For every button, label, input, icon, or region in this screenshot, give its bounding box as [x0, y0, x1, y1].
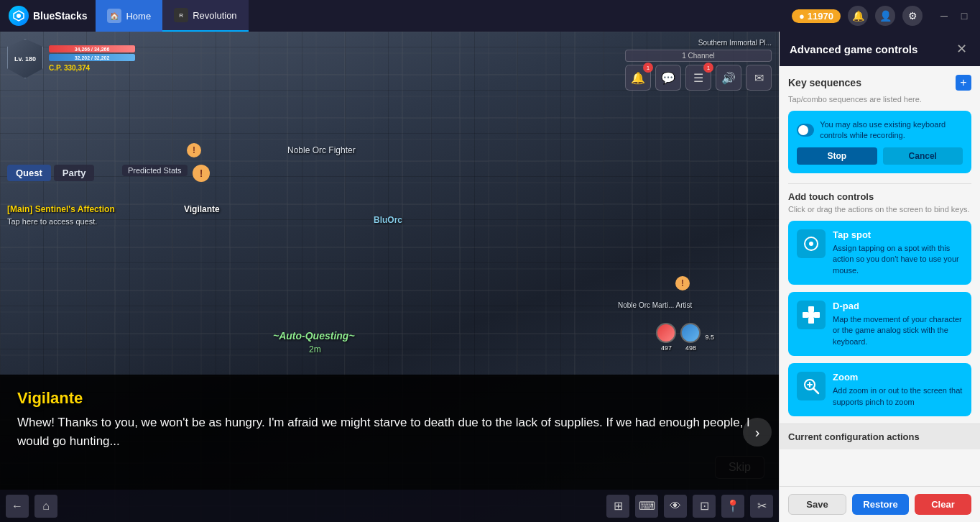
tap-spot-desc: Assign tapping on a spot with this actio… [833, 243, 963, 276]
tap-spot-content: Tap spot Assign tapping on a spot with t… [833, 229, 963, 276]
minimize-button[interactable]: ─ [935, 7, 953, 24]
key-sequences-add-button[interactable]: + [956, 75, 971, 91]
home-tab-icon: 🏠 [107, 9, 121, 23]
predict-stats-button[interactable]: Predicted Stats [122, 165, 188, 176]
grid-icon[interactable]: ⊞ [606, 495, 629, 518]
revolution-tab-icon: R [174, 8, 188, 22]
zoom-title: Zoom [833, 372, 963, 383]
key-sequences-title: Key sequences [788, 77, 861, 88]
speaker-icon[interactable]: 🔊 [716, 65, 741, 91]
bluestacks-icon [9, 6, 29, 26]
panel-title: Advanced game controls [790, 43, 917, 55]
svg-rect-10 [803, 312, 808, 318]
panel-header: Advanced game controls ✕ [780, 32, 980, 66]
tap-spot-card[interactable]: Tap spot Assign tapping on a spot with t… [788, 221, 971, 285]
restore-button[interactable]: Restore [852, 494, 909, 515]
mail-icon[interactable]: ✉ [746, 65, 772, 91]
add-touch-subtitle: Click or drag the actions on the screen … [788, 205, 971, 214]
maximize-button[interactable]: □ [956, 7, 973, 24]
party-tab[interactable]: Party [54, 165, 95, 181]
stop-button[interactable]: Stop [797, 147, 877, 165]
game-icon-row: 🔔 1 💬 ☰ 1 🔊 ✉ [625, 65, 772, 91]
settings-icon[interactable]: ⚙ [902, 6, 923, 26]
recording-card: You may also use existing keyboard contr… [788, 111, 971, 173]
panel-footer: Save Restore Clear [780, 486, 980, 522]
game-area[interactable]: Lv. 180 34,266 / 34,266 32,202 / [0, 32, 779, 522]
hp-text: 34,266 / 34,266 [49, 45, 135, 52]
quest-tab[interactable]: Quest [7, 165, 51, 181]
key-sequences-subtitle: Tap/combo sequences are listed here. [788, 95, 971, 104]
svg-point-1 [17, 14, 21, 18]
divider-1 [788, 183, 971, 184]
svg-line-14 [813, 388, 818, 393]
player-info: Lv. 180 34,266 / 34,266 32,202 / [7, 39, 135, 78]
zoom-desc: Add zoom in or out to the screen that su… [833, 385, 963, 408]
eye-icon[interactable]: 👁 [664, 495, 687, 518]
mp-bar-bg: 32,202 / 32,202 [49, 54, 135, 61]
quest-subtitle: Tap here to access quest. [7, 217, 97, 226]
dpad-title: D-pad [833, 301, 963, 311]
home-game-icon[interactable]: ⌂ [34, 495, 57, 518]
svg-rect-8 [808, 306, 814, 312]
dpad-desc: Map the movement of your character or th… [833, 314, 963, 347]
dialog-next-button[interactable]: › [743, 418, 772, 447]
vigilante-label: Vigilante [184, 204, 220, 214]
dialog-speaker: Vigilante [17, 389, 762, 408]
mini-health-bars: 497 498 9.5 [656, 323, 714, 352]
hp-bar-bg: 34,266 / 34,266 [49, 45, 135, 52]
svg-rect-11 [814, 312, 820, 318]
user-icon[interactable]: 👤 [875, 6, 895, 26]
bell-game-icon[interactable]: 🔔 1 [625, 65, 651, 91]
save-button[interactable]: Save [788, 494, 846, 515]
tab-revolution[interactable]: R Revolution [162, 0, 248, 32]
main-content: Lv. 180 34,266 / 34,266 32,202 / [0, 32, 980, 522]
recording-buttons: Stop Cancel [797, 147, 963, 165]
back-game-icon[interactable]: ← [6, 495, 29, 518]
dpad-icon [797, 301, 826, 329]
location-text: Southern Immortal Pl... [625, 39, 772, 47]
tab-revolution-label: Revolution [193, 10, 236, 21]
tab-home-label: Home [126, 11, 151, 22]
hp-val3: 9.5 [705, 334, 714, 341]
dpad-card[interactable]: D-pad Map the movement of your character… [788, 292, 971, 356]
keyboard-icon[interactable]: ⌨ [635, 495, 658, 518]
mp-text: 32,202 / 32,202 [49, 54, 135, 61]
recording-toggle[interactable] [797, 124, 814, 137]
bell-badge: 1 [643, 63, 653, 73]
bluorc-label: BluOrc [374, 215, 402, 225]
bell-icon[interactable]: 🔔 [848, 6, 868, 26]
coin-icon: ● [799, 11, 805, 22]
bluestacks-logo: BlueStacks [0, 6, 96, 26]
cancel-button[interactable]: Cancel [883, 147, 963, 165]
chat-icon[interactable]: 💬 [655, 65, 681, 91]
window-controls: ─ □ [935, 7, 973, 24]
key-sequences-header: Key sequences + [788, 75, 971, 91]
clear-button[interactable]: Clear [915, 494, 971, 515]
tab-home[interactable]: 🏠 Home [96, 0, 162, 32]
menu-badge: 1 [703, 63, 713, 73]
tap-spot-title: Tap spot [833, 229, 963, 240]
add-touch-title: Add touch controls [788, 191, 971, 202]
warning-icon: ! [193, 165, 210, 182]
panel-close-button[interactable]: ✕ [953, 40, 970, 58]
zoom-content: Zoom Add zoom in or out to the screen th… [833, 372, 963, 408]
scissors-icon[interactable]: ✂ [750, 495, 773, 518]
screen-icon[interactable]: ⊡ [693, 495, 716, 518]
coin-badge: ● 11970 [792, 9, 841, 23]
dialog-text: Whew! Thanks to you, we won't be as hung… [17, 413, 762, 450]
noble-orc-label: Noble Orc Fighter [287, 145, 356, 155]
dpad-content: D-pad Map the movement of your character… [833, 301, 963, 347]
config-section: Current configuration actions [780, 423, 980, 449]
game-tabs: Quest Party [7, 165, 94, 181]
location-game-icon[interactable]: 📍 [721, 495, 744, 518]
topbar-controls: ● 11970 🔔 👤 ⚙ ─ □ [785, 6, 980, 26]
player-level: Lv. 180 [14, 55, 36, 63]
menu-icon[interactable]: ☰ 1 [685, 65, 711, 91]
right-panel: Advanced game controls ✕ Key sequences +… [779, 32, 980, 522]
zoom-card[interactable]: Zoom Add zoom in or out to the screen th… [788, 363, 971, 416]
hp-val1: 497 [661, 344, 672, 352]
tap-spot-icon [797, 229, 826, 258]
svg-rect-12 [808, 312, 814, 318]
svg-point-7 [809, 242, 813, 246]
game-top-right: Southern Immortal Pl... 1 Channel 🔔 1 💬 … [625, 39, 772, 91]
